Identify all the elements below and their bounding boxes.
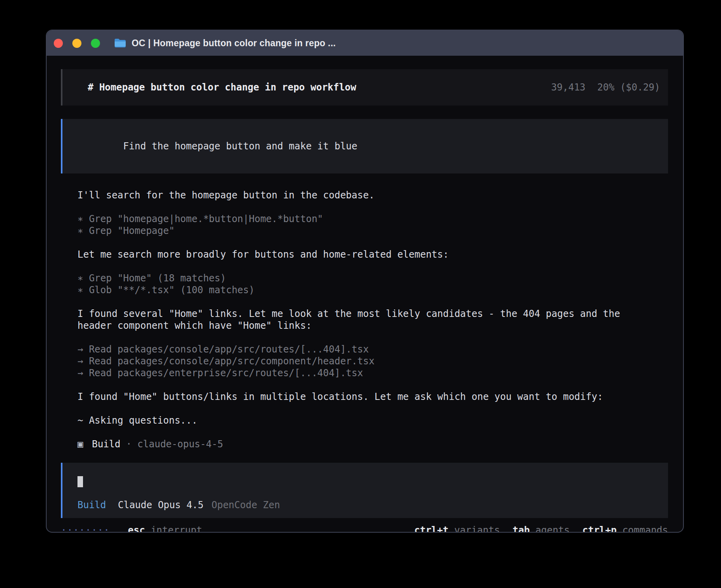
minimize-button[interactable] bbox=[72, 39, 81, 48]
transcript-line: Let me search more broadly for buttons a… bbox=[77, 249, 668, 260]
user-message: Find the homepage button and make it blu… bbox=[61, 119, 668, 173]
transcript-block-text: I found "Home" buttons/links in multiple… bbox=[77, 391, 668, 403]
session-stats: 39,413 20% ($0.29) bbox=[551, 82, 660, 93]
variants-key: ctrl+t bbox=[414, 525, 449, 533]
interrupt-hint: esc interrupt bbox=[128, 524, 202, 533]
commands-key: ctrl+p bbox=[582, 525, 617, 533]
transcript-line: ∗ Glob "**/*.tsx" (100 matches) bbox=[77, 284, 668, 296]
commands-label: commands bbox=[622, 525, 668, 533]
transcript-line: I'll search for the homepage button in t… bbox=[77, 189, 668, 201]
transcript-block-text: Let me search more broadly for buttons a… bbox=[77, 249, 668, 260]
transcript-block-tool: → Read packages/console/app/src/routes/[… bbox=[77, 343, 668, 379]
agents-label: agents bbox=[536, 525, 570, 533]
transcript-line: I found "Home" buttons/links in multiple… bbox=[77, 391, 668, 403]
terminal-window: OC | Homepage button color change in rep… bbox=[46, 30, 684, 533]
transcript-block-text: I found several "Home" links. Let me loo… bbox=[77, 308, 668, 332]
transcript-line: ~ Asking questions... bbox=[77, 415, 668, 426]
transcript-block-text: I'll search for the homepage button in t… bbox=[77, 189, 668, 201]
agent-status-name: Build bbox=[92, 439, 120, 450]
user-message-text: Find the homepage button and make it blu… bbox=[123, 141, 357, 152]
transcript-line: ∗ Grep "Homepage" bbox=[77, 225, 668, 237]
transcript-block-tool: ∗ Grep "homepage|home.*button|Home.*butt… bbox=[77, 213, 668, 237]
transcript-line: ∗ Grep "homepage|home.*button|Home.*butt… bbox=[77, 213, 668, 225]
agent-mode-label: Build bbox=[77, 499, 106, 511]
spinner-dots: ········ bbox=[61, 524, 110, 533]
session-title: # Homepage button color change in repo w… bbox=[88, 82, 356, 93]
model-label: Claude Opus 4.5 bbox=[118, 499, 204, 511]
input-meta: Build Claude Opus 4.5 OpenCode Zen bbox=[77, 499, 660, 511]
transcript-block-text: ~ Asking questions... bbox=[77, 415, 668, 426]
shortcut-hints: ctrl+t variants tab agents ctrl+p comman… bbox=[414, 524, 668, 533]
session-header: # Homepage button color change in repo w… bbox=[61, 69, 668, 106]
folder-icon bbox=[114, 38, 126, 48]
variants-shortcut: ctrl+t variants bbox=[414, 524, 500, 533]
transcript-block-tool: ∗ Grep "Home" (18 matches)∗ Glob "**/*.t… bbox=[77, 272, 668, 296]
variants-label: variants bbox=[454, 525, 500, 533]
agents-shortcut: tab agents bbox=[513, 524, 570, 533]
transcript: I'll search for the homepage button in t… bbox=[61, 189, 668, 450]
transcript-line: ∗ Grep "Home" (18 matches) bbox=[77, 272, 668, 284]
status-bar: ········ esc interrupt ctrl+t variants t… bbox=[61, 524, 668, 533]
terminal-content: # Homepage button color change in repo w… bbox=[47, 56, 683, 533]
provider-label: OpenCode Zen bbox=[211, 499, 280, 511]
commands-shortcut: ctrl+p commands bbox=[582, 524, 668, 533]
prompt-input[interactable]: Build Claude Opus 4.5 OpenCode Zen bbox=[61, 463, 668, 518]
transcript-line: I found several "Home" links. Let me loo… bbox=[77, 308, 668, 320]
text-cursor bbox=[77, 476, 83, 487]
titlebar[interactable]: OC | Homepage button color change in rep… bbox=[47, 30, 683, 56]
close-button[interactable] bbox=[54, 39, 63, 48]
context-usage: 20% ($0.29) bbox=[597, 82, 660, 93]
interrupt-label: interrupt bbox=[151, 525, 202, 533]
transcript-line: → Read packages/console/app/src/routes/[… bbox=[77, 343, 668, 355]
esc-key-hint: esc bbox=[128, 525, 145, 533]
token-count: 39,413 bbox=[551, 82, 585, 93]
transcript-block-agent-status: ▣Build· claude-opus-4-5 bbox=[77, 438, 668, 450]
transcript-line: header component which have "Home" links… bbox=[77, 320, 668, 332]
transcript-line: → Read packages/enterprise/src/routes/[.… bbox=[77, 367, 668, 379]
traffic-lights bbox=[54, 39, 100, 48]
title-group: OC | Homepage button color change in rep… bbox=[114, 38, 336, 49]
window-title: OC | Homepage button color change in rep… bbox=[132, 38, 336, 49]
agent-status-model: · claude-opus-4-5 bbox=[126, 439, 223, 450]
zoom-button[interactable] bbox=[91, 39, 100, 48]
transcript-line: → Read packages/console/app/src/componen… bbox=[77, 355, 668, 367]
agents-key: tab bbox=[513, 525, 530, 533]
agent-status-icon: ▣ bbox=[77, 439, 83, 450]
